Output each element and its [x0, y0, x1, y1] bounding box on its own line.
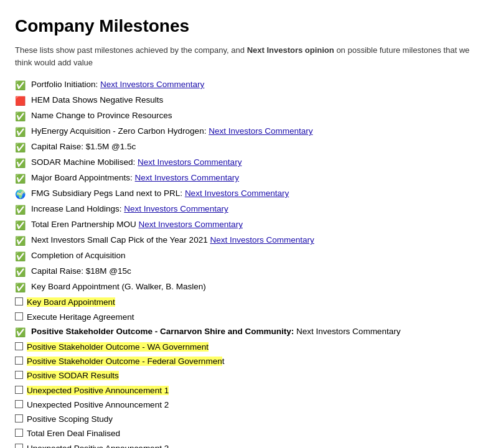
- milestone-text-highlighted: Unexpected Positive Announcement 1: [27, 386, 169, 395]
- milestone-content: Positive Stakeholder Outcome - Federal G…: [27, 355, 483, 368]
- milestone-icon: 🌍: [15, 188, 27, 201]
- milestone-item: Unexpected Positive Announcement 1: [15, 385, 483, 397]
- milestone-content: HyEnergy Acquisition - Zero Carbon Hydro…: [31, 125, 483, 138]
- milestone-content: Key Board Appointment: [27, 296, 483, 309]
- milestone-content: Positive SODAR Results: [27, 370, 483, 382]
- milestone-item: ✅Total Eren Partnership MOU Next Investo…: [15, 218, 483, 232]
- page-title: Company Milestones: [15, 12, 483, 39]
- milestone-item: ✅Increase Land Holdings: Next Investors …: [15, 203, 483, 217]
- milestone-item: ✅Positive Stakeholder Outcome - Carnarvo…: [15, 325, 483, 339]
- milestone-item: ✅Capital Raise: $18M @15c: [15, 265, 483, 279]
- milestone-icon: ✅: [15, 250, 27, 263]
- milestone-checkbox[interactable]: [15, 429, 23, 437]
- milestone-content: Capital Raise: $1.5M @1.5c: [31, 141, 483, 153]
- milestone-icon: ✅: [15, 235, 27, 248]
- milestone-checkbox[interactable]: [15, 297, 23, 306]
- milestone-item: Positive SODAR Results: [15, 370, 483, 382]
- milestone-item: ✅Major Board Appointments: Next Investor…: [15, 172, 483, 185]
- commentary-link[interactable]: Next Investors Commentary: [138, 157, 242, 167]
- milestone-checkbox[interactable]: [15, 357, 23, 365]
- milestone-item: ✅Key Board Appointment (G. Walker, B. Ma…: [15, 281, 483, 294]
- milestone-item: Positive Scoping Study: [15, 413, 483, 426]
- milestone-item: Unexpected Positive Announcement 3: [15, 442, 483, 448]
- milestone-item: ✅HyEnergy Acquisition - Zero Carbon Hydr…: [15, 125, 483, 139]
- milestone-icon: ✅: [15, 219, 27, 232]
- milestone-checkbox[interactable]: [15, 414, 23, 422]
- milestone-content: Unexpected Positive Announcement 2: [27, 399, 483, 411]
- milestone-checkbox[interactable]: [15, 371, 23, 379]
- milestone-item: ✅Next Investors Small Cap Pick of the Ye…: [15, 234, 483, 248]
- milestone-item: ✅Completion of Acquisition: [15, 250, 483, 263]
- milestone-checkbox[interactable]: [15, 400, 23, 408]
- page-subtitle: These lists show past milestones achieve…: [15, 44, 483, 68]
- milestone-content: Positive Scoping Study: [27, 413, 483, 426]
- milestone-icon: ✅: [15, 141, 27, 154]
- milestone-content: Capital Raise: $18M @15c: [31, 265, 483, 278]
- milestone-content: SODAR Machine Mobilised: Next Investors …: [31, 156, 483, 169]
- milestone-item: Execute Heritage Agreement: [15, 311, 483, 324]
- milestone-checkbox[interactable]: [15, 444, 23, 448]
- milestone-content: Positive Stakeholder Outcome - Carnarvon…: [31, 325, 483, 338]
- milestone-text-highlighted: Key Board Appointment: [27, 297, 115, 307]
- milestone-item: ✅SODAR Machine Mobilised: Next Investors…: [15, 156, 483, 170]
- commentary-link[interactable]: Next Investors Commentary: [135, 173, 239, 182]
- milestone-content: Total Eren Deal Finalised: [27, 427, 483, 440]
- milestone-content: Positive Stakeholder Outcome - WA Govern…: [27, 341, 483, 353]
- milestone-checkbox[interactable]: [15, 342, 23, 350]
- commentary-link[interactable]: Next Investors Commentary: [209, 126, 312, 136]
- milestone-text-highlighted: Positive SODAR Results: [27, 371, 119, 380]
- commentary-link[interactable]: Next Investors Commentary: [124, 204, 228, 213]
- milestone-icon: ✅: [15, 266, 27, 279]
- milestone-item: ✅Name Change to Province Resources: [15, 110, 483, 123]
- milestone-content: Completion of Acquisition: [31, 250, 483, 262]
- milestone-text-highlighted: Positive Stakeholder Outcome - WA Govern…: [27, 342, 209, 352]
- commentary-link[interactable]: Next Investors Commentary: [210, 235, 314, 245]
- milestone-content: Total Eren Partnership MOU Next Investor…: [31, 218, 483, 231]
- commentary-link[interactable]: Next Investors Commentary: [139, 220, 243, 229]
- milestone-content: Increase Land Holdings: Next Investors C…: [31, 203, 483, 215]
- milestone-list: ✅Portfolio Initiation: Next Investors Co…: [15, 78, 483, 448]
- milestone-content: Unexpected Positive Announcement 3: [27, 442, 483, 448]
- milestone-icon: ✅: [15, 110, 27, 123]
- milestone-icon: ✅: [15, 79, 27, 92]
- milestone-icon: 🟥: [15, 95, 27, 108]
- milestone-content: Next Investors Small Cap Pick of the Yea…: [31, 234, 483, 246]
- milestone-item: ✅Capital Raise: $1.5M @1.5c: [15, 141, 483, 154]
- milestone-item: Key Board Appointment: [15, 296, 483, 309]
- milestone-content: Execute Heritage Agreement: [27, 311, 483, 324]
- milestone-icon: ✅: [15, 326, 27, 339]
- commentary-link[interactable]: Next Investors Commentary: [185, 189, 289, 198]
- milestone-item: Positive Stakeholder Outcome - WA Govern…: [15, 341, 483, 353]
- milestone-icon: ✅: [15, 126, 27, 139]
- milestone-item: 🌍FMG Subsidiary Pegs Land next to PRL: N…: [15, 187, 483, 201]
- milestone-content: Unexpected Positive Announcement 1: [27, 385, 483, 397]
- commentary-link[interactable]: Next Investors Commentary: [100, 80, 204, 89]
- milestone-item: ✅Portfolio Initiation: Next Investors Co…: [15, 78, 483, 92]
- milestone-checkbox[interactable]: [15, 312, 23, 320]
- milestone-content: FMG Subsidiary Pegs Land next to PRL: Ne…: [31, 187, 483, 200]
- milestone-content: Name Change to Province Resources: [31, 110, 483, 122]
- milestone-item: Positive Stakeholder Outcome - Federal G…: [15, 355, 483, 368]
- milestone-item: 🟥HEM Data Shows Negative Results: [15, 94, 483, 108]
- milestone-content: HEM Data Shows Negative Results: [31, 94, 483, 106]
- milestone-icon: ✅: [15, 203, 27, 217]
- milestone-checkbox[interactable]: [15, 386, 23, 394]
- milestone-icon: ✅: [15, 157, 27, 170]
- milestone-icon: ✅: [15, 281, 27, 294]
- milestone-item: Total Eren Deal Finalised: [15, 427, 483, 440]
- milestone-content: Major Board Appointments: Next Investors…: [31, 172, 483, 184]
- milestone-icon: ✅: [15, 172, 27, 185]
- milestone-label-bold: Positive Stakeholder Outcome - Carnarvon…: [31, 327, 296, 336]
- milestone-content: Portfolio Initiation: Next Investors Com…: [31, 78, 483, 91]
- milestone-item: Unexpected Positive Announcement 2: [15, 399, 483, 411]
- milestone-text-highlighted: Positive Stakeholder Outcome - Federal G…: [27, 357, 222, 366]
- milestone-content: Key Board Appointment (G. Walker, B. Mas…: [31, 281, 483, 293]
